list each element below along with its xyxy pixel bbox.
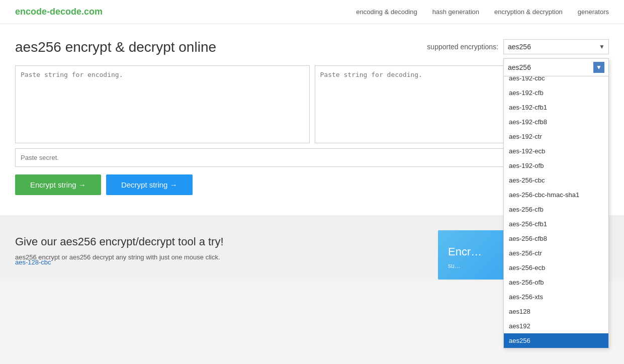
dropdown-item[interactable]: aes-256-cfb8 — [504, 231, 608, 246]
encryption-selector: supported encryptions: aes-128-xtsaes-19… — [427, 39, 609, 54]
dropdown-item[interactable]: aes-256-ofb — [504, 275, 608, 281]
dropdown-item[interactable]: aes-192-ofb — [504, 158, 608, 173]
dropdown-item[interactable]: aes-192-ctr — [504, 129, 608, 144]
nav-generators[interactable]: generators — [578, 8, 609, 16]
header: encode-decode.com encoding & decoding ha… — [0, 0, 624, 24]
bottom-link-row: aes-128-cbc — [15, 258, 51, 266]
site-logo[interactable]: encode-decode.com — [15, 7, 356, 17]
aes-128-cbc-link[interactable]: aes-128-cbc — [15, 258, 51, 266]
nav-encryption[interactable]: encryption & decryption — [494, 8, 563, 16]
dropdown-item[interactable]: aes-256-ecb — [504, 260, 608, 275]
encryption-label: supported encryptions: — [427, 43, 498, 51]
encode-textarea-wrapper — [15, 65, 310, 143]
encryption-dropdown: aes256 ▼ aes-128-xtsaes-192-cbcaes-192-c… — [503, 58, 609, 281]
dropdown-item[interactable]: aes-192-cfb1 — [504, 100, 608, 115]
nav-hash[interactable]: hash generation — [432, 8, 479, 16]
dropdown-item[interactable]: aes-192-ecb — [504, 144, 608, 158]
dropdown-item[interactable]: aes-256-cfb1 — [504, 217, 608, 231]
dropdown-list[interactable]: aes-128-xtsaes-192-cbcaes-192-cfbaes-192… — [504, 76, 608, 281]
dropdown-item[interactable]: aes-256-cfb — [504, 202, 608, 217]
encryption-select-wrapper: aes-128-xtsaes-192-cbcaes-192-cfbaes-192… — [503, 39, 609, 54]
dropdown-item[interactable]: aes-192-cfb — [504, 85, 608, 100]
dropdown-item[interactable]: aes-256-ctr — [504, 246, 608, 260]
encode-textarea[interactable] — [16, 66, 309, 141]
main-nav: encoding & decoding hash generation encr… — [356, 8, 609, 16]
dropdown-item[interactable]: aes-256-cbc — [504, 173, 608, 188]
dropdown-selected-text: aes256 — [508, 63, 593, 71]
nav-encoding[interactable]: encoding & decoding — [356, 8, 417, 16]
encrypt-button[interactable]: Encrypt string → — [15, 174, 101, 195]
dropdown-close-btn[interactable]: ▼ — [593, 62, 604, 73]
dropdown-header: aes256 ▼ — [504, 59, 608, 76]
dropdown-item[interactable]: aes-256-cbc-hmac-sha1 — [504, 188, 608, 202]
decrypt-button[interactable]: Decrypt string → — [106, 174, 193, 195]
encryption-select[interactable]: aes-128-xtsaes-192-cbcaes-192-cfbaes-192… — [503, 39, 609, 54]
dropdown-item[interactable]: aes-192-cfb8 — [504, 115, 608, 129]
dropdown-item[interactable]: aes-192-cbc — [504, 76, 608, 85]
